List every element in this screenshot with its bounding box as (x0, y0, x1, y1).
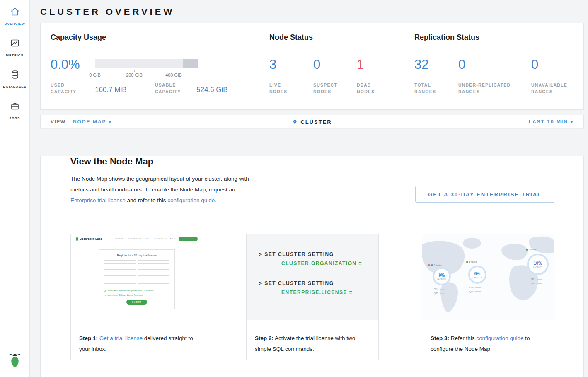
capacity-used-percent: 0.0% (51, 57, 80, 72)
sidebar-item-databases[interactable]: DATABASES (0, 70, 29, 89)
enterprise-trial-license-link[interactable]: Enterprise trial license (70, 197, 126, 203)
chevron-down-icon: ▾ (109, 120, 112, 124)
node-metric-row: CPU (469, 286, 481, 289)
sidebar: OVERVIEW METRICS DATABASES JOBS (0, 0, 30, 377)
node-metric-row: QPS (434, 292, 445, 295)
live-nodes-label: LIVENODES (269, 82, 287, 95)
sql-command-line: > SET CLUSTER SETTING (259, 280, 378, 286)
suspect-nodes-label: SUSPECTNODES (313, 82, 337, 95)
mini-form-title: Register for a 30-day trial license (104, 254, 169, 257)
jobs-icon (10, 101, 20, 113)
sidebar-item-jobs[interactable]: JOBS (0, 101, 29, 120)
sidebar-item-label: OVERVIEW (4, 22, 25, 26)
view-toolbar: VIEW: NODE MAP▾ CLUSTER LAST 10 MIN▾ (40, 115, 584, 129)
node-metric-row: QPS (531, 282, 542, 285)
step3-map-preview: 3 Nodes 3 Nodes 3 Nodes 9% (422, 234, 554, 320)
chevron-down-icon: ▾ (571, 120, 573, 124)
enterprise-trial-button[interactable]: GET A 30-DAY ENTERPRISE TRIAL (415, 186, 554, 203)
step3-caption: Step 3: Refer this configuration guide t… (422, 326, 554, 355)
capacity-usage-title: Capacity Usage (51, 33, 106, 42)
view-label: VIEW: (51, 119, 68, 125)
step2-caption: Step 2: Activate the trial license with … (247, 326, 378, 355)
mini-submit-button: SUBMIT (126, 300, 148, 304)
node-metric-row: QPS (469, 290, 481, 293)
axis-tick-label: 0 GiB (89, 72, 101, 77)
capacity-gauge: 10% CAPACITY (527, 254, 549, 275)
step1-screenshot: Cockroach Labs PRODUCT CUSTOMERS DOCS RE… (71, 234, 203, 320)
cockroach-bug-icon (76, 237, 78, 241)
setup-steps: Cockroach Labs PRODUCT CUSTOMERS DOCS RE… (70, 234, 554, 360)
step3-card: 3 Nodes 3 Nodes 3 Nodes 9% (422, 234, 554, 360)
section-divider (70, 220, 554, 220)
location-pin-icon (292, 119, 298, 125)
under-replicated-ranges-count: 0 (458, 57, 465, 72)
sidebar-item-metrics[interactable]: METRICS (0, 38, 29, 57)
locality-legend: 3 Nodes (466, 261, 477, 263)
dead-nodes-count: 1 (357, 57, 364, 72)
axis-tick-label: 400 GiB (165, 72, 182, 77)
node-status-title: Node Status (269, 33, 313, 42)
metrics-icon (10, 38, 20, 50)
sidebar-item-label: JOBS (10, 116, 20, 120)
step1-card: Cockroach Labs PRODUCT CUSTOMERS DOCS RE… (70, 234, 203, 360)
admin-ui: OVERVIEW METRICS DATABASES JOBS (0, 0, 588, 377)
capacity-gauge: 6% CAPACITY (468, 266, 486, 284)
step2-code-block: > SET CLUSTER SETTING CLUSTER.ORGANIZATI… (247, 234, 378, 320)
locality-legend: 3 Nodes (526, 248, 537, 251)
mini-site-brand: Cockroach Labs (76, 237, 102, 241)
capacity-bar-segment (183, 59, 198, 68)
capacity-bar-chart: 0 GiB 200 GiB 400 GiB (95, 59, 198, 68)
sidebar-item-overview[interactable]: OVERVIEW (0, 7, 29, 26)
unavailable-ranges-count: 0 (531, 57, 538, 72)
usable-capacity-label: USABLE CAPACITY (155, 82, 181, 95)
dead-nodes-label: DEADNODES (357, 82, 375, 95)
total-ranges-count: 32 (414, 57, 428, 72)
usable-capacity-value: 524.6 GiB (196, 86, 228, 94)
node-map-heading: View the Node Map (70, 156, 554, 167)
cockroachdb-logo (9, 352, 21, 371)
home-icon (10, 7, 20, 18)
configuration-guide-link[interactable]: configuration guide (167, 197, 215, 203)
view-selector[interactable]: NODE MAP▾ (73, 119, 112, 125)
replication-status-title: Replication Status (414, 33, 479, 42)
mini-checkbox-license: I agree to the Software License Agreemen… (104, 294, 169, 296)
sql-command-line: > SET CLUSTER SETTING (259, 251, 378, 257)
locality-legend: 3 Nodes (428, 264, 442, 266)
breadcrumb[interactable]: CLUSTER (292, 119, 332, 125)
mini-checkbox-updates: I would like to receive email updates ab… (104, 290, 169, 292)
mini-registration-form: Register for a 30-day trial license I (99, 249, 175, 309)
cluster-summary-card: Capacity Usage 0.0% 0 GiB 200 GiB 400 Gi… (40, 23, 584, 110)
suspect-nodes-count: 0 (313, 57, 320, 72)
page-title: CLUSTER OVERVIEW (40, 7, 584, 17)
node-map-description: The Node Map shows the geographical layo… (70, 174, 262, 206)
capacity-gauge: 9% CAPACITY (433, 267, 451, 285)
unavailable-ranges-label: UNAVAILABLERANGES (531, 82, 567, 95)
total-ranges-label: TOTALRANGES (414, 82, 436, 95)
step1-caption: Step 1: Get a trial license delivered st… (71, 326, 203, 355)
get-trial-license-link[interactable]: Get a trial license (99, 335, 143, 341)
sql-setting-name: ENTERPRISE.LICENSE = (281, 290, 378, 295)
mini-site-header: Cockroach Labs PRODUCT CUSTOMERS DOCS RE… (71, 234, 203, 244)
sidebar-item-label: METRICS (6, 53, 23, 57)
main-content: CLUSTER OVERVIEW Capacity Usage 0.0% 0 G… (30, 0, 588, 377)
mini-site-nav: PRODUCT CUSTOMERS DOCS RESOURCES BLOG DO… (115, 237, 198, 241)
sql-setting-name: CLUSTER.ORGANIZATION = (281, 261, 378, 266)
databases-icon (10, 70, 20, 81)
node-map-panel: View the Node Map GET A 30-DAY ENTERPRIS… (40, 156, 584, 377)
used-capacity-label: USED CAPACITY (51, 82, 77, 95)
sidebar-item-label: DATABASES (3, 85, 27, 89)
live-nodes-count: 3 (269, 57, 276, 72)
node-metric-row: CPU (531, 278, 542, 280)
step2-card: > SET CLUSTER SETTING CLUSTER.ORGANIZATI… (246, 234, 379, 360)
time-range-selector[interactable]: LAST 10 MIN▾ (529, 119, 573, 125)
mini-download-button: DOWNLOAD (179, 237, 198, 241)
under-replicated-ranges-label: UNDER-REPLICATEDRANGES (458, 82, 511, 95)
used-capacity-value: 160.7 MiB (95, 86, 127, 94)
axis-tick-label: 200 GiB (126, 72, 143, 77)
configuration-guide-link[interactable]: configuration guide (476, 335, 523, 341)
node-metric-row: CPU (434, 288, 445, 290)
